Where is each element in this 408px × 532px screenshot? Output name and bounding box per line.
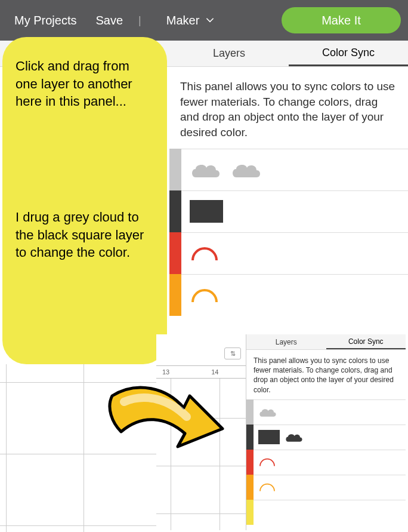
cloud-icon[interactable]: [285, 432, 304, 442]
inset-row-grey[interactable]: [246, 399, 406, 425]
inset-row-orange[interactable]: [246, 475, 406, 500]
swatch-black: [169, 190, 181, 232]
swatch-yellow: [246, 500, 254, 525]
swatch-grey: [246, 399, 254, 425]
color-row-black[interactable]: [169, 190, 408, 232]
rectangle-icon[interactable]: [258, 430, 280, 444]
arrow-icon: [100, 375, 231, 465]
annotation-text-2: I drug a grey cloud to the black square …: [16, 208, 154, 262]
swatch-red: [246, 450, 254, 475]
my-projects-link[interactable]: My Projects: [7, 14, 84, 27]
chevron-down-icon: [205, 16, 215, 25]
inset-row-yellow[interactable]: [246, 500, 406, 525]
swatch-black: [246, 425, 254, 450]
swatch-orange: [246, 475, 254, 500]
inset-row-black[interactable]: [246, 425, 406, 450]
color-row-red[interactable]: [169, 232, 408, 274]
tab-layers[interactable]: Layers: [169, 41, 289, 66]
tab-color-sync[interactable]: Color Sync: [289, 41, 408, 66]
swatch-grey: [169, 149, 181, 190]
color-row-orange[interactable]: [169, 274, 408, 316]
inset-tabs: Layers Color Sync: [246, 334, 406, 350]
cloud-icon[interactable]: [190, 161, 222, 179]
zoom-control[interactable]: ⇅: [224, 348, 241, 359]
arc-icon[interactable]: [190, 245, 220, 262]
inset-panel: Layers Color Sync This panel allows you …: [246, 334, 406, 530]
swatch-orange: [169, 274, 181, 316]
inset-description: This panel allows you to sync colors to …: [246, 350, 406, 399]
make-it-button[interactable]: Make It: [282, 7, 401, 33]
annotation-text-1: Click and drag from one layer to another…: [16, 57, 154, 110]
swatch-red: [169, 232, 181, 274]
rectangle-icon[interactable]: [190, 200, 223, 223]
cloud-icon[interactable]: [258, 407, 277, 417]
annotation-callout: Click and drag from one layer to another…: [2, 37, 167, 364]
inset-tab-layers[interactable]: Layers: [246, 334, 326, 349]
arc-icon[interactable]: [258, 457, 276, 468]
save-button[interactable]: Save: [88, 14, 130, 27]
color-sync-panel: This panel allows you to sync colors to …: [169, 67, 408, 316]
arc-icon[interactable]: [258, 482, 276, 493]
arc-icon[interactable]: [190, 287, 220, 303]
inset-tab-color-sync[interactable]: Color Sync: [326, 334, 406, 349]
machine-dropdown-label: Maker: [166, 14, 200, 27]
machine-dropdown[interactable]: Maker: [159, 14, 222, 27]
toolbar-divider: |: [135, 14, 145, 27]
inset-row-red[interactable]: [246, 450, 406, 475]
cloud-icon[interactable]: [230, 161, 262, 179]
top-toolbar: My Projects Save | Maker Make It: [0, 0, 408, 41]
panel-description: This panel allows you to sync colors to …: [169, 67, 408, 149]
color-row-grey[interactable]: [169, 149, 408, 190]
